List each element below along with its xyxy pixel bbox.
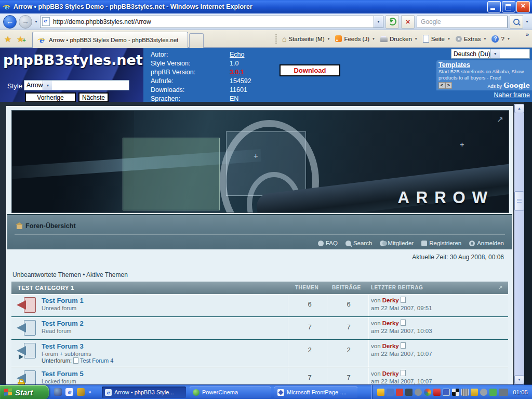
- topic-filter-links[interactable]: Unbeantwortete Themen • Aktive Themen: [12, 271, 128, 278]
- language-select[interactable]: Deutsch (Du) ▼: [451, 49, 530, 59]
- members-link[interactable]: Mitglieder: [380, 240, 414, 246]
- author-link[interactable]: Derky: [382, 297, 399, 303]
- author-link[interactable]: Derky: [382, 370, 399, 377]
- forum-subforum-icon: [17, 342, 37, 360]
- scroll-down-button[interactable]: ▼: [514, 375, 524, 384]
- taskbar-task-frontpage[interactable]: Microsoft FrontPage -...: [274, 387, 357, 398]
- quick-launch-overflow-chevron[interactable]: »: [88, 389, 91, 395]
- start-button[interactable]: Start: [0, 385, 49, 399]
- tray-utility-icon[interactable]: [415, 389, 422, 396]
- next-style-button[interactable]: Nächste: [78, 92, 109, 102]
- info-value: 154592: [230, 77, 251, 85]
- download-button[interactable]: Download: [280, 64, 340, 76]
- search-link[interactable]: Search: [345, 240, 372, 246]
- print-menu-button[interactable]: Drucken ▼: [380, 36, 418, 42]
- tray-power-icon[interactable]: [499, 389, 508, 396]
- window-title: Arrow • phpBB3 Styles Demo - phpBB3style…: [14, 3, 487, 10]
- phpbb-version-link[interactable]: 3.0.1: [230, 69, 244, 76]
- address-bar: ← → ▼ ▼ × ▼: [0, 14, 532, 30]
- forum-link[interactable]: Test Forum 3: [42, 342, 84, 350]
- info-label: phpBB Version:: [151, 69, 230, 76]
- quick-launch-ie-icon[interactable]: e: [65, 388, 73, 396]
- login-icon: [469, 241, 475, 246]
- scroll-up-button[interactable]: ▲: [514, 104, 524, 113]
- faq-link[interactable]: FAQ: [318, 240, 338, 246]
- stop-icon: ×: [406, 17, 410, 26]
- url-input[interactable]: [52, 18, 374, 26]
- breadcrumb-label: Foren-Übersicht: [25, 222, 76, 230]
- tray-removable-device-icon[interactable]: [489, 389, 497, 396]
- forum-link[interactable]: Test Forum 2: [42, 320, 84, 327]
- style-select[interactable]: Arrow ▼: [24, 80, 129, 90]
- subforum-link[interactable]: Test Forum 4: [80, 357, 113, 364]
- ad-next-button[interactable]: >: [445, 82, 452, 89]
- windows-flag-icon: [4, 388, 12, 396]
- quick-launch-app-icon[interactable]: [54, 388, 62, 396]
- tray-keyboard-icon[interactable]: [461, 389, 469, 396]
- goto-post-icon[interactable]: [401, 297, 406, 303]
- browser-tab[interactable]: e Arrow • phpBB3 Styles Demo - phpBB3sty…: [32, 32, 188, 48]
- tools-menu-button[interactable]: Extras ▼: [456, 36, 487, 42]
- ad-title-link[interactable]: Templates: [438, 61, 470, 69]
- tray-browser-icon[interactable]: [424, 389, 431, 396]
- help-menu-button[interactable]: ? ? ▼: [491, 35, 510, 43]
- feeds-menu-button[interactable]: Feeds (J) ▼: [335, 35, 375, 42]
- favorites-star-button[interactable]: ★: [4, 34, 11, 44]
- home-menu-button[interactable]: ⌂ Startseite (M) ▼: [282, 35, 330, 43]
- breadcrumb[interactable]: Foren-Übersicht: [17, 222, 76, 230]
- ad-prev-button[interactable]: <: [438, 82, 445, 89]
- collapse-arrow-icon[interactable]: ↗: [498, 282, 503, 294]
- toolbar-overflow-chevron[interactable]: »: [526, 31, 529, 37]
- register-link[interactable]: Registrieren: [421, 240, 461, 246]
- add-favorite-button[interactable]: ★+: [17, 34, 26, 44]
- goto-post-icon[interactable]: [401, 342, 406, 349]
- login-link[interactable]: Anmelden: [469, 240, 504, 246]
- author-link[interactable]: Derky: [382, 320, 399, 326]
- previous-style-button[interactable]: Vorherige: [25, 92, 76, 102]
- back-button[interactable]: ←: [3, 15, 17, 29]
- search-dropdown-icon[interactable]: ▼: [525, 20, 529, 23]
- restore-button[interactable]: [502, 1, 515, 12]
- style-select-arrow[interactable]: ▼: [43, 81, 52, 90]
- page-menu-button[interactable]: Seite ▼: [423, 35, 450, 43]
- search-button[interactable]: [510, 15, 523, 29]
- forum-link[interactable]: Test Forum 5: [42, 370, 84, 378]
- taskbar-task-powercinema[interactable]: PowerCinema: [190, 387, 271, 398]
- tray-security-alert-icon[interactable]: [377, 389, 384, 396]
- tray-window-icon[interactable]: [443, 389, 450, 396]
- frame-link[interactable]: Naher frame: [494, 91, 530, 99]
- goto-post-icon[interactable]: [401, 320, 406, 326]
- taskbar-task-ie[interactable]: e Arrow • phpBB3 Style...: [102, 387, 186, 398]
- tray-volume-icon[interactable]: [471, 389, 478, 396]
- stop-button[interactable]: ×: [401, 15, 415, 29]
- tray-service-icon[interactable]: [480, 389, 487, 396]
- forward-button[interactable]: →: [19, 15, 32, 29]
- goto-post-icon[interactable]: [401, 370, 406, 376]
- tray-network-icon[interactable]: [387, 389, 394, 396]
- scrollbar-thumb[interactable]: [514, 191, 524, 211]
- url-dropdown-button[interactable]: ▼: [374, 16, 383, 28]
- new-tab-stub[interactable]: [189, 33, 204, 48]
- search-icon: [513, 19, 520, 25]
- toolbar-grip[interactable]: [275, 34, 277, 44]
- quick-launch-media-icon[interactable]: [77, 388, 85, 396]
- category-header: TEST CATEGORY 1 THEMEN BEITRÄGE LETZTER …: [11, 282, 508, 294]
- refresh-button[interactable]: [385, 15, 399, 29]
- subforum-label: Unterforum:: [42, 357, 72, 364]
- history-dropdown-icon[interactable]: ▼: [34, 20, 38, 23]
- author-link[interactable]: Echo: [230, 51, 245, 58]
- tray-display-icon[interactable]: [405, 389, 413, 396]
- tray-blocked-icon[interactable]: [396, 389, 403, 396]
- minimize-button[interactable]: [487, 1, 501, 12]
- author-link[interactable]: Derky: [382, 343, 399, 349]
- taskbar-clock: 01:05: [513, 389, 528, 395]
- language-select-arrow[interactable]: ▼: [490, 49, 500, 58]
- tray-antivirus-icon[interactable]: [433, 389, 441, 396]
- chevron-down-icon: ▼: [327, 37, 330, 41]
- close-button[interactable]: [516, 1, 530, 12]
- tray-pattern-icon[interactable]: [452, 389, 459, 396]
- search-input[interactable]: [420, 18, 500, 26]
- forum-link[interactable]: Test Forum 1: [42, 297, 84, 304]
- vertical-scrollbar[interactable]: ▲ ▼: [514, 104, 524, 384]
- post-date: am 22 Mai 2007, 09:51: [371, 305, 432, 311]
